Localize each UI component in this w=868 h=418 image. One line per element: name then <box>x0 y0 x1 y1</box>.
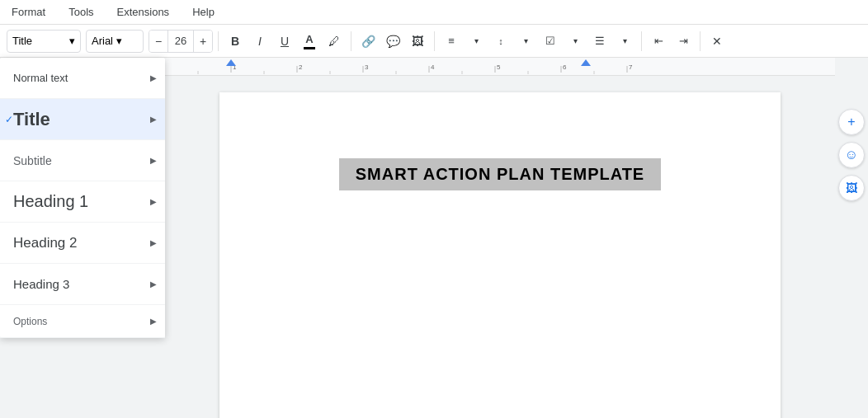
ruler-svg: 1 2 3 4 5 6 7 <box>165 58 835 76</box>
menu-extensions[interactable]: Extensions <box>112 2 175 21</box>
font-selector-label: Arial <box>92 35 113 47</box>
subtitle-arrow: ▶ <box>150 156 157 165</box>
svg-text:5: 5 <box>497 63 501 71</box>
font-selector[interactable]: Arial ▾ <box>86 30 144 53</box>
separator-5 <box>700 31 701 51</box>
style-subtitle-label: Subtitle <box>13 154 52 167</box>
image-icon: 🖼 <box>412 35 423 48</box>
style-selector[interactable]: Title ▾ <box>7 30 81 53</box>
style-selector-chevron: ▾ <box>69 35 75 47</box>
menu-bar: Format Tools Extensions Help <box>0 0 868 25</box>
svg-text:2: 2 <box>299 63 303 71</box>
options-arrow: ▶ <box>150 317 157 326</box>
highlight-icon: 🖊 <box>328 35 340 48</box>
emoji-icon: ☺ <box>845 148 858 162</box>
style-h3-label: Heading 3 <box>13 277 69 291</box>
style-dropdown: ▶ Normal text ✓ Title ▶ Subtitle ▶ Headi… <box>0 58 165 338</box>
underline-button[interactable]: U <box>273 30 296 53</box>
separator-4 <box>641 31 642 51</box>
sidebar-buttons: + ☺ 🖼 <box>835 76 868 201</box>
svg-marker-21 <box>226 59 236 66</box>
svg-text:6: 6 <box>563 63 567 71</box>
style-item-normal[interactable]: ▶ Normal text <box>0 58 165 99</box>
toolbar: Title ▾ Arial ▾ − + B I U A 🖊 🔗 💬 🖼 ≡ <box>0 25 868 58</box>
menu-format[interactable]: Format <box>7 2 50 21</box>
checklist-icon: ☑ <box>545 35 555 47</box>
style-normal-label: Normal text <box>13 72 68 84</box>
style-selector-label: Title <box>12 35 66 47</box>
line-spacing-icon: ↕ <box>498 36 503 46</box>
separator-1 <box>218 31 219 51</box>
svg-text:4: 4 <box>431 63 435 71</box>
style-item-h3[interactable]: Heading 3 ▶ <box>0 264 165 305</box>
svg-marker-22 <box>581 59 591 66</box>
emoji-button[interactable]: ☺ <box>838 142 865 168</box>
separator-2 <box>351 31 351 51</box>
text-color-button[interactable]: A <box>298 30 321 53</box>
line-spacing-dropdown[interactable]: ▾ <box>514 30 537 53</box>
doc-title-wrapper: SMART ACTION PLAN TEMPLATE <box>269 158 731 190</box>
bold-button[interactable]: B <box>224 30 247 53</box>
indent-increase-icon: ⇥ <box>679 35 688 47</box>
align-dropdown[interactable]: ▾ <box>465 30 488 53</box>
image-insert-button[interactable]: 🖼 <box>838 175 865 201</box>
style-item-subtitle[interactable]: Subtitle ▶ <box>0 140 165 181</box>
style-item-h2[interactable]: Heading 2 ▶ <box>0 223 165 264</box>
align-icon: ≡ <box>448 35 455 47</box>
align-button[interactable]: ≡ <box>440 30 463 53</box>
style-options-label: Options <box>13 316 47 327</box>
font-size-increase[interactable]: + <box>194 30 212 53</box>
ruler: 1 2 3 4 5 6 7 <box>165 58 835 76</box>
style-h2-label: Heading 2 <box>13 235 78 251</box>
doc-container[interactable]: SMART ACTION PLAN TEMPLATE <box>165 76 835 418</box>
checklist-dropdown[interactable]: ▾ <box>564 30 587 53</box>
svg-text:3: 3 <box>365 63 369 71</box>
comment-icon: 💬 <box>386 35 400 48</box>
text-color-bar <box>304 47 315 49</box>
font-size-container: − + <box>149 30 213 53</box>
menu-help[interactable]: Help <box>187 2 219 21</box>
doc-title: SMART ACTION PLAN TEMPLATE <box>339 158 661 190</box>
clear-formatting-button[interactable]: ✕ <box>705 30 729 53</box>
list-icon: ☰ <box>595 35 605 47</box>
style-h1-label: Heading 1 <box>13 192 88 211</box>
h1-arrow: ▶ <box>150 197 157 206</box>
font-size-input[interactable] <box>167 30 194 53</box>
font-size-decrease[interactable]: − <box>149 30 167 53</box>
add-comment-icon: + <box>847 115 855 129</box>
list-button[interactable]: ☰ <box>588 30 611 53</box>
checklist-button[interactable]: ☑ <box>539 30 562 53</box>
highlight-button[interactable]: 🖊 <box>323 30 346 53</box>
link-button[interactable]: 🔗 <box>356 30 380 53</box>
add-comment-button[interactable]: + <box>838 109 865 135</box>
h3-arrow: ▶ <box>150 279 157 289</box>
style-item-h1[interactable]: Heading 1 ▶ <box>0 181 165 223</box>
title-arrow: ▶ <box>150 115 157 124</box>
separator-3 <box>434 31 435 51</box>
main-area: 1 2 3 4 5 6 7 <box>0 58 868 418</box>
line-spacing-button[interactable]: ↕ <box>489 30 512 53</box>
font-selector-chevron: ▾ <box>116 35 122 47</box>
indent-decrease-icon: ⇤ <box>654 35 663 47</box>
style-item-title[interactable]: ✓ Title ▶ <box>0 99 165 140</box>
indent-increase-button[interactable]: ⇥ <box>672 30 695 53</box>
text-color-a: A <box>305 33 313 45</box>
link-icon: 🔗 <box>361 35 375 48</box>
image-insert-icon: 🖼 <box>846 181 857 195</box>
style-item-options[interactable]: Options ▶ <box>0 305 165 338</box>
indent-decrease-button[interactable]: ⇤ <box>647 30 670 53</box>
clear-formatting-icon: ✕ <box>712 35 722 48</box>
list-dropdown[interactable]: ▾ <box>613 30 636 53</box>
title-check: ✓ <box>5 114 13 125</box>
image-button[interactable]: 🖼 <box>406 30 429 53</box>
comment-button[interactable]: 💬 <box>381 30 404 53</box>
normal-arrow: ▶ <box>150 73 157 82</box>
doc-page: SMART ACTION PLAN TEMPLATE <box>219 92 781 418</box>
style-title-label: Title <box>13 109 50 130</box>
svg-text:7: 7 <box>629 63 633 71</box>
italic-button[interactable]: I <box>248 30 271 53</box>
h2-arrow: ▶ <box>150 238 157 247</box>
menu-tools[interactable]: Tools <box>64 2 98 21</box>
